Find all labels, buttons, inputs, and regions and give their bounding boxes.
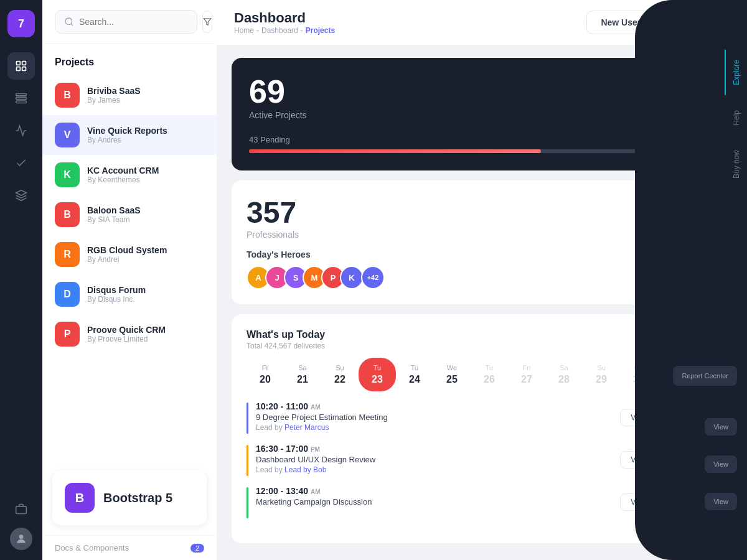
calendar-day[interactable]: Tu 23 xyxy=(359,358,396,391)
schedule-subtitle: Total 424,567 deliveries xyxy=(247,342,657,350)
active-projects-card: 69 Active Projects 43 Pending 72% xyxy=(232,58,672,170)
calendar-day[interactable]: Fri 27 xyxy=(508,359,545,390)
nav-icon-analytics[interactable] xyxy=(7,117,35,144)
calendar-day[interactable]: Sa 28 xyxy=(545,359,583,390)
view-btn-1-container: View xyxy=(705,418,737,436)
event-details: 12:00 - 13:40 AM Marketing Campaign Disc… xyxy=(256,486,613,508)
project-info: Disqus Forum By Disqus Inc. xyxy=(87,285,146,304)
events-list: 10:20 - 11:00 AM 9 Degree Project Estima… xyxy=(247,401,657,518)
page-title: Dashboard xyxy=(234,10,335,26)
calendar-day[interactable]: Tu 26 xyxy=(471,359,508,390)
svg-rect-1 xyxy=(22,62,26,65)
user-avatar[interactable]: 7 xyxy=(7,10,35,37)
calendar-day[interactable]: Su 29 xyxy=(583,359,620,390)
project-info: Proove Quick CRM By Proove Limited xyxy=(87,325,166,343)
side-tab-explore[interactable]: Explore xyxy=(725,50,747,95)
project-item[interactable]: K KC Account CRM By Keenthemes xyxy=(42,155,217,195)
nav-icon-tasks[interactable] xyxy=(7,149,35,177)
sidebar-search-area xyxy=(42,0,217,44)
calendar-day[interactable]: Tu 24 xyxy=(396,359,433,390)
project-item[interactable]: B Briviba SaaS By James xyxy=(42,75,217,115)
event-time: 12:00 - 13:40 AM xyxy=(256,486,613,496)
project-by: By Andres xyxy=(87,136,167,144)
nav-icon-dashboard[interactable] xyxy=(7,52,35,80)
project-name: Disqus Forum xyxy=(87,285,146,295)
calendar-day[interactable]: Sa 21 xyxy=(284,359,321,390)
bootstrap-label: Bootstrap 5 xyxy=(103,491,172,505)
project-item[interactable]: R RGB Cloud System By Andrei xyxy=(42,235,217,274)
view-btn-2-container: View xyxy=(705,455,737,473)
cal-day-num: 29 xyxy=(596,374,607,385)
project-by: By Proove Limited xyxy=(87,335,166,343)
event-ampm: AM xyxy=(311,404,321,411)
project-name: Vine Quick Reports xyxy=(87,126,167,136)
breadcrumb-nav: Home - Dashboard - Projects xyxy=(234,26,335,35)
cal-day-name: Su xyxy=(597,364,605,371)
filter-button[interactable] xyxy=(202,11,212,33)
project-name: Baloon SaaS xyxy=(87,205,141,215)
event-time: 16:30 - 17:00 PM xyxy=(256,444,613,454)
projects-title: Projects xyxy=(42,44,217,75)
bottom-avatar[interactable] xyxy=(10,528,32,550)
nav-icon-modules[interactable] xyxy=(7,85,35,112)
docs-label[interactable]: Docs & Components xyxy=(55,543,129,553)
svg-rect-8 xyxy=(16,506,27,514)
project-info: Baloon SaaS By SIA Team xyxy=(87,205,141,224)
project-item[interactable]: P Proove Quick CRM By Proove Limited xyxy=(42,314,217,354)
report-center-button[interactable]: Report Cecnter xyxy=(673,366,737,386)
project-item[interactable]: B Baloon SaaS By SIA Team xyxy=(42,195,217,235)
event-lead-link[interactable]: Peter Marcus xyxy=(284,423,329,432)
project-icon: R xyxy=(55,242,80,267)
docs-badge: 2 xyxy=(190,544,204,553)
cal-day-name: Su xyxy=(336,364,344,371)
cal-day-num: 22 xyxy=(334,374,345,385)
event-lead-link[interactable]: Lead by Bob xyxy=(284,465,326,474)
svg-rect-6 xyxy=(16,101,27,103)
side-tab-help[interactable]: Help xyxy=(726,100,747,136)
side-tab-buynow[interactable]: Buy now xyxy=(726,140,747,189)
nav-icon-briefcase[interactable] xyxy=(7,495,35,523)
view-btn-3-container: View xyxy=(705,493,737,510)
professionals-card: 357 Professionals Today's Heroes A J S M… xyxy=(232,180,672,304)
event-lead: Lead by Lead by Bob xyxy=(256,465,613,474)
project-icon: D xyxy=(55,282,80,307)
project-icon: V xyxy=(55,123,80,147)
nav-icon-layers[interactable] xyxy=(7,182,35,209)
calendar-day[interactable]: Su 22 xyxy=(321,359,359,390)
project-item[interactable]: V Vine Quick Reports By Andres xyxy=(42,115,217,155)
cal-day-num: 21 xyxy=(297,374,308,385)
event-ampm: PM xyxy=(311,446,320,453)
project-icon: P xyxy=(55,322,80,347)
svg-rect-5 xyxy=(16,97,27,99)
cal-day-name: Sa xyxy=(298,364,306,371)
search-input[interactable] xyxy=(79,17,188,27)
view-button-1[interactable]: View xyxy=(705,418,737,436)
cal-day-name: Tu xyxy=(411,364,418,371)
cal-day-name: Tu xyxy=(486,364,493,371)
svg-rect-2 xyxy=(17,67,21,71)
view-button-2[interactable]: View xyxy=(705,455,737,473)
heroes-label: Today's Heroes xyxy=(247,250,657,259)
view-button-3[interactable]: View xyxy=(705,493,737,510)
pending-label: 43 Pending xyxy=(249,135,290,144)
cal-day-num: 24 xyxy=(409,374,420,385)
svg-rect-0 xyxy=(17,62,21,65)
breadcrumb-home: Home xyxy=(234,26,254,35)
project-by: By James xyxy=(87,96,141,105)
left-navigation: 7 xyxy=(0,0,42,560)
schedule-title: What's up Today xyxy=(247,329,657,340)
cal-day-num: 27 xyxy=(521,374,532,385)
hero-avatar-6: K xyxy=(340,266,364,289)
event-title: Marketing Campaign Discussion xyxy=(256,497,613,506)
project-icon: B xyxy=(55,83,80,108)
calendar-day[interactable]: We 25 xyxy=(433,359,471,390)
search-box xyxy=(55,10,197,34)
project-item[interactable]: D Disqus Forum By Disqus Inc. xyxy=(42,274,217,314)
active-projects-number: 69 xyxy=(249,75,655,108)
svg-rect-3 xyxy=(22,67,26,71)
calendar-day[interactable]: Fr 20 xyxy=(247,359,284,390)
project-info: KC Account CRM By Keenthemes xyxy=(87,166,159,184)
project-name: KC Account CRM xyxy=(87,166,159,175)
schedule-header: What's up Today Total 424,567 deliveries xyxy=(247,329,657,350)
event-title: 9 Degree Project Estimation Meeting xyxy=(256,413,613,422)
